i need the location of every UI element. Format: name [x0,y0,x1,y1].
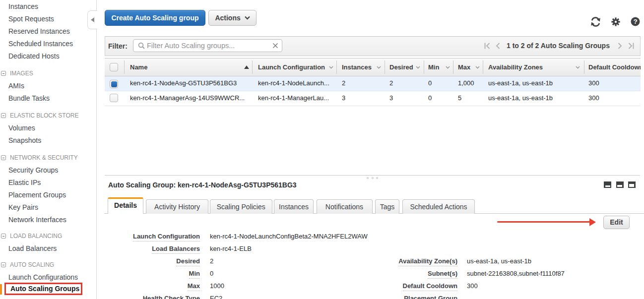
svg-text:?: ? [633,18,637,25]
